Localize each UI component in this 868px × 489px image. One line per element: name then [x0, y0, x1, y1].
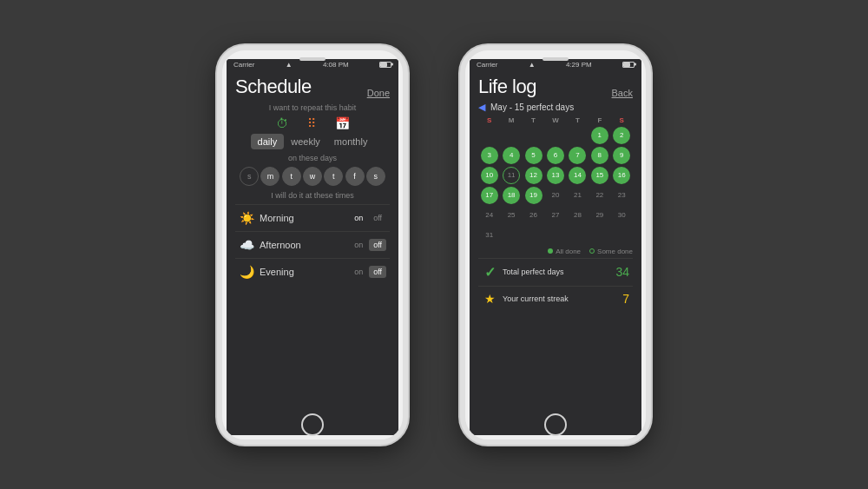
- morning-toggle: on off: [350, 212, 386, 224]
- cal-empty: [523, 226, 544, 245]
- cal-day-3[interactable]: 3: [478, 146, 500, 165]
- cal-day-17[interactable]: 17: [478, 186, 500, 205]
- carrier-label-2: Carrier: [477, 61, 497, 69]
- cal-day-9[interactable]: 9: [611, 146, 633, 165]
- afternoon-row: ☁️ Afternoon on off: [235, 231, 390, 258]
- done-button[interactable]: Done: [367, 88, 390, 98]
- day-t1[interactable]: t: [282, 167, 301, 186]
- morning-icon: ☀️: [239, 211, 254, 225]
- cal-day-31[interactable]: 31: [478, 226, 500, 245]
- cal-day-26[interactable]: 26: [523, 206, 544, 225]
- weekly-button[interactable]: weekly: [284, 134, 327, 149]
- calendar-nav: ◀ May - 15 perfect days: [478, 102, 633, 113]
- phone-speaker: [299, 57, 326, 61]
- day-s2[interactable]: s: [366, 167, 385, 186]
- afternoon-on[interactable]: on: [350, 239, 367, 251]
- calendar-icon: 📅: [335, 116, 350, 130]
- cal-day-22[interactable]: 22: [589, 186, 610, 205]
- month-label: May - 15 perfect days: [490, 102, 574, 112]
- battery-icon-2: [622, 62, 635, 68]
- status-icons-2: [622, 62, 635, 68]
- time-display-2: 4:29 PM: [566, 61, 592, 69]
- repeat-label: I want to repeat this habit: [235, 103, 390, 112]
- evening-icon: 🌙: [239, 265, 254, 279]
- cal-day-8[interactable]: 8: [589, 146, 610, 165]
- days-label: on these days: [235, 154, 390, 162]
- times-label: I will do it at these times: [235, 191, 390, 200]
- cal-day-14[interactable]: 14: [567, 166, 589, 185]
- evening-off[interactable]: off: [369, 266, 386, 278]
- cal-day-4[interactable]: 4: [500, 146, 522, 165]
- schedule-header: Schedule Done: [235, 76, 390, 98]
- cal-day-thu: T: [567, 116, 589, 124]
- cal-day-2[interactable]: 2: [611, 126, 633, 145]
- calendar-grid: S M T W T F S 1 2: [478, 116, 633, 245]
- legend-all-done: All done: [548, 248, 581, 255]
- cal-day-wed: W: [544, 116, 566, 124]
- cal-day-28[interactable]: 28: [567, 206, 589, 225]
- cal-day-19[interactable]: 19: [523, 186, 544, 205]
- cal-day-11[interactable]: 11: [500, 166, 522, 185]
- total-perfect-days-value: 34: [615, 265, 629, 279]
- cal-day-12[interactable]: 12: [523, 166, 544, 185]
- schedule-content: Schedule Done I want to repeat this habi…: [227, 70, 398, 435]
- phone-home-button[interactable]: [301, 413, 324, 436]
- cal-day-29[interactable]: 29: [589, 206, 610, 225]
- phone-home-button-2[interactable]: [544, 413, 567, 436]
- cal-day-24[interactable]: 24: [478, 206, 500, 225]
- calendar-legend: All done Some done: [478, 248, 633, 255]
- back-button[interactable]: Back: [612, 88, 633, 98]
- day-t2[interactable]: t: [324, 167, 343, 186]
- prev-month-button[interactable]: ◀: [478, 102, 485, 113]
- cal-day-fri: F: [589, 116, 610, 124]
- cal-day-23[interactable]: 23: [611, 186, 633, 205]
- cal-day-6[interactable]: 6: [544, 146, 566, 165]
- day-s1[interactable]: s: [240, 167, 259, 186]
- time-display: 4:08 PM: [323, 61, 349, 69]
- cal-row-4: 17 18 19 20 21 22 23: [478, 186, 633, 205]
- battery-icon: [379, 62, 391, 68]
- cal-day-1[interactable]: 1: [589, 126, 610, 145]
- lifelog-header: Life log Back: [478, 76, 633, 98]
- cal-empty: [523, 126, 544, 145]
- status-icons: [379, 62, 391, 68]
- cal-day-30[interactable]: 30: [611, 206, 633, 225]
- cal-empty: [500, 126, 522, 145]
- frequency-icons: ⏱ ⠿ 📅: [235, 116, 390, 130]
- lifelog-content: Life log Back ◀ May - 15 perfect days S …: [470, 70, 641, 435]
- cal-day-18[interactable]: 18: [500, 186, 522, 205]
- cal-day-13[interactable]: 13: [544, 166, 566, 185]
- cal-empty: [567, 126, 589, 145]
- cal-day-21[interactable]: 21: [567, 186, 589, 205]
- cal-day-tue: T: [523, 116, 544, 124]
- day-m[interactable]: m: [260, 167, 279, 186]
- day-f[interactable]: f: [345, 167, 365, 186]
- legend-some-done-label: Some done: [597, 248, 633, 255]
- checkmark-icon: ✓: [482, 264, 497, 281]
- cal-day-15[interactable]: 15: [589, 166, 610, 185]
- star-icon: ★: [482, 292, 497, 306]
- cal-day-20[interactable]: 20: [544, 186, 566, 205]
- morning-off[interactable]: off: [369, 212, 386, 224]
- evening-on[interactable]: on: [350, 266, 367, 278]
- cal-day-16[interactable]: 16: [611, 166, 633, 185]
- lifelog-title: Life log: [478, 76, 536, 98]
- cal-day-5[interactable]: 5: [523, 146, 544, 165]
- afternoon-off[interactable]: off: [369, 239, 386, 251]
- wifi-signal-2: ▲: [529, 61, 536, 69]
- day-w[interactable]: w: [303, 167, 322, 186]
- daily-button[interactable]: daily: [251, 134, 285, 149]
- cal-day-10[interactable]: 10: [478, 166, 500, 185]
- cal-empty: [544, 226, 566, 245]
- cal-empty: [567, 226, 589, 245]
- morning-on[interactable]: on: [350, 212, 367, 224]
- monthly-button[interactable]: monthly: [327, 134, 375, 149]
- evening-row: 🌙 Evening on off: [235, 258, 390, 285]
- cal-day-7[interactable]: 7: [567, 146, 589, 165]
- cal-empty: [500, 226, 522, 245]
- cal-day-25[interactable]: 25: [500, 206, 522, 225]
- cal-row-6: 31: [478, 226, 633, 245]
- cal-day-27[interactable]: 27: [544, 206, 566, 225]
- current-streak-row: ★ Your current streak 7: [478, 286, 633, 311]
- phone-speaker-2: [542, 57, 569, 61]
